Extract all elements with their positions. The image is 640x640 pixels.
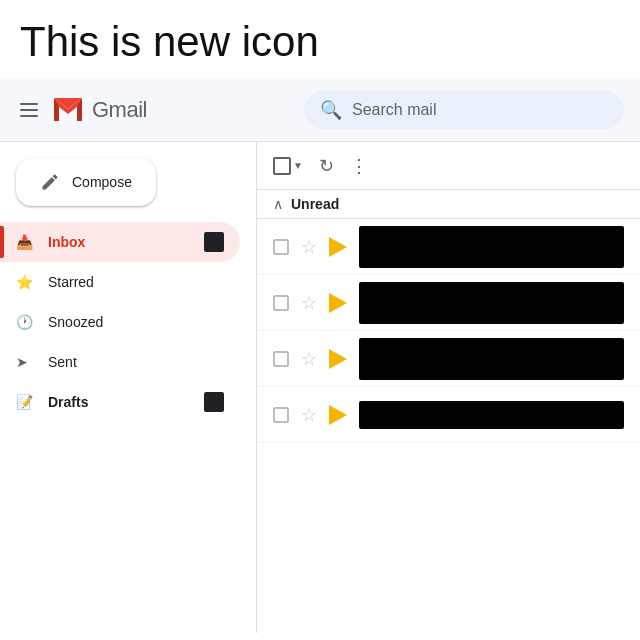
drafts-icon: 📝 [16,394,33,410]
refresh-icon[interactable]: ↻ [319,155,334,177]
nav-item-snoozed[interactable]: 🕐 Snoozed [0,302,240,342]
unread-label: Unread [291,196,339,212]
nav-label-starred: Starred [48,274,94,290]
row-checkbox[interactable] [273,295,289,311]
right-content: ▼ ↻ ⋮ ∧ Unread ☆ ☆ [256,142,640,633]
email-row[interactable]: ☆ [257,331,640,387]
drafts-badge [204,392,224,412]
nav-label-sent: Sent [48,354,77,370]
gmail-logo: Gmail [52,96,147,123]
row-checkbox[interactable] [273,407,289,423]
nav-label-drafts: Drafts [48,394,88,410]
chevron-down-icon: ▼ [293,160,303,171]
nav-label-inbox: Inbox [48,234,85,250]
gmail-header: Gmail 🔍 Search mail [0,78,640,142]
star-icon[interactable]: ☆ [301,348,317,370]
email-content-blocked [359,226,624,268]
email-content-blocked [359,338,624,380]
star-icon[interactable]: ☆ [301,292,317,314]
hamburger-icon[interactable] [16,99,42,121]
compose-label: Compose [72,174,132,190]
compose-button[interactable]: Compose [16,158,156,206]
important-icon [329,237,347,257]
sidebar: Compose 📥 Inbox ⭐ Starred 🕐 Snoozed ➤ Se… [0,142,256,633]
email-content-blocked [359,282,624,324]
search-bar[interactable]: 🔍 Search mail [304,91,624,129]
gmail-label: Gmail [92,97,147,123]
nav-item-sent[interactable]: ➤ Sent [0,342,240,382]
active-indicator [0,226,4,258]
more-options-icon[interactable]: ⋮ [350,155,368,177]
nav-item-drafts[interactable]: 📝 Drafts [0,382,240,422]
collapse-icon[interactable]: ∧ [273,196,283,212]
email-row[interactable]: ☆ [257,275,640,331]
email-content-blocked [359,401,624,429]
gmail-m-icon [52,96,88,123]
important-icon [329,293,347,313]
inbox-badge [204,232,224,252]
nav-label-snoozed: Snoozed [48,314,103,330]
nav-item-starred[interactable]: ⭐ Starred [0,262,240,302]
starred-icon: ⭐ [16,274,33,290]
important-icon [329,405,347,425]
row-checkbox[interactable] [273,239,289,255]
snoozed-icon: 🕐 [16,314,33,330]
compose-pencil-icon [40,172,60,192]
toolbar: ▼ ↻ ⋮ [257,142,640,190]
inbox-icon: 📥 [16,234,33,250]
search-placeholder: Search mail [352,101,436,119]
email-row[interactable]: ☆ [257,219,640,275]
row-checkbox[interactable] [273,351,289,367]
unread-section-header: ∧ Unread [257,190,640,219]
checkbox-box [273,157,291,175]
nav-item-inbox[interactable]: 📥 Inbox [0,222,240,262]
important-icon [329,349,347,369]
select-all-checkbox[interactable]: ▼ [273,157,303,175]
search-icon: 🔍 [320,99,342,121]
email-row[interactable]: ☆ [257,387,640,443]
top-banner: This is new icon [0,0,640,78]
star-icon[interactable]: ☆ [301,404,317,426]
star-icon[interactable]: ☆ [301,236,317,258]
sent-icon: ➤ [16,354,28,370]
main-layout: Compose 📥 Inbox ⭐ Starred 🕐 Snoozed ➤ Se… [0,142,640,633]
